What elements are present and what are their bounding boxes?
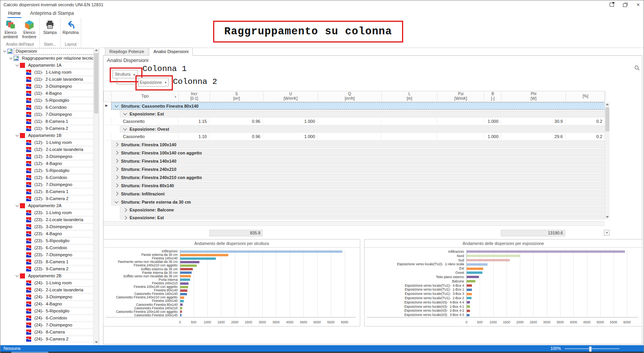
tree-item-11-2-locale-lavanderia[interactable]: (11)- 2-Locale lavanderia [0,76,94,83]
tree-item-12-2-locale-lavanderia[interactable]: (12)- 2-Locale lavanderia [0,146,94,153]
tree-item-appartamento-1a[interactable]: Appartamento 1A [0,62,94,69]
groupby-chip-esposizione[interactable]: Esposizione▲ [138,78,169,87]
zoom-slider[interactable] [565,348,619,349]
tree-item-12-5-ripostiglio[interactable]: (12)- 5-Ripostiglio [0,167,94,174]
group-band[interactable]: Esposizione: Ovest [120,126,605,133]
tree-item-appartamento-2a[interactable]: Appartamento 2A [0,202,94,209]
tree-item-raggruppamento-per-relazione-tecnica[interactable]: Raggruppamento per relazione tecnica [0,55,94,62]
tree-item-11-9-camera-2[interactable]: (11)- 9-Camera 2 [0,125,94,132]
group-row-esposizione-ovest[interactable]: Esposizione: Ovest [103,125,605,133]
column-header-[interactable]: [%] [566,91,605,101]
column-header-psi[interactable]: Psi[W/mK] [438,91,484,101]
tree-item-12-3-disimpegno[interactable]: (12)- 3-Disimpegno [0,153,94,160]
expander-icon[interactable] [8,57,14,59]
tree-item-11-3-disimpegno[interactable]: (11)- 3-Disimpegno [0,83,94,90]
scroll-up-icon[interactable] [605,102,610,107]
maximize-icon[interactable] [622,2,628,7]
group-band[interactable]: Struttura: Parete esterna da 30 cm [111,198,605,206]
ripristina-button[interactable]: Ripristina [62,19,79,35]
tree-item-24-8-camera[interactable]: (24)- 8-Camera [0,328,94,335]
groupby-chip-struttura[interactable]: Struttura▲ [112,70,138,78]
column-header-u[interactable]: U[W/m²K] [263,91,318,101]
stampa-button[interactable]: Stampa [41,19,59,35]
group-row-esposizione-est[interactable]: Esposizione: Est [103,214,605,220]
popout-icon[interactable] [608,2,615,7]
tree-item-23-4-bagno[interactable]: (23)- 4-Bagno [0,230,94,237]
tree-item-12-8-camera-1[interactable]: (12)- 8-Camera 1 [0,188,94,195]
tree-item-23-2-locale-lavanderia[interactable]: (23)- 2-Locale lavanderia [0,216,94,223]
expand-icon[interactable] [115,167,119,171]
column-header-tipo[interactable]: Tipo▼ [112,91,179,101]
group-band[interactable]: Struttura: Infiltrazioni [111,190,605,197]
group-row-esposizione-est[interactable]: Esposizione: Est [103,110,605,118]
group-band[interactable]: Struttura: Finestra 80x140 [111,182,605,189]
elenco-frontiere-button[interactable]: Elenco frontiere [21,19,38,39]
tree-item-23-5-ripostiglio[interactable]: (23)- 5-Ripostiglio [0,237,94,244]
filter-button[interactable] [604,230,610,236]
expand-icon[interactable] [115,192,119,196]
ribbon-tab-home[interactable]: Home [4,9,25,18]
group-row-struttura-infiltrazioni[interactable]: Struttura: Infiltrazioni [103,190,605,198]
scroll-down-icon[interactable] [94,340,99,345]
group-row-struttura-parete-esterna-da-30-cm[interactable]: Struttura: Parete esterna da 30 cm [103,198,605,206]
column-header-l[interactable]: L[m] [382,91,438,101]
collapse-icon[interactable] [115,199,119,203]
group-band[interactable]: Esposizione: Balcone [120,206,605,213]
group-band[interactable]: Struttura: Finestra 140x140 [111,157,605,165]
tree-item-23-1-living-room[interactable]: (23)- 1-Living room [0,209,94,216]
tree-item-12-1-living-room[interactable]: (12)- 1-Living room [0,139,94,146]
expander-icon[interactable] [2,50,7,52]
tree-item-24-6-corridoio[interactable]: (24)- 6-Corridoio [0,314,94,321]
column-header-s[interactable]: S[m²] [210,91,263,101]
tree-item-appartamento-2b[interactable]: Appartamento 2B [0,272,94,279]
group-row-struttura-finestra-140x140[interactable]: Struttura: Finestra 140x140 [103,157,605,165]
tree-item-23-9-camera-2[interactable]: (23)- 9-Camera 2 [0,265,94,272]
tree-scrollbar-thumb[interactable] [94,53,98,114]
tree-item-11-7-disimpegno[interactable]: (11)- 7-Disimpegno [0,111,94,118]
group-band[interactable]: Struttura: Finestra 100x140 [111,141,605,148]
group-row-struttura-finestra-100x140[interactable]: Struttura: Finestra 100x140 [103,140,605,149]
column-header-phi[interactable]: Phi[W] [502,91,566,101]
tree-item-23-8-camera-1[interactable]: (23)- 8-Camera 1 [0,258,94,265]
tree-item-dispersioni[interactable]: Dispersioni [0,48,94,55]
column-header-b[interactable]: B[-] [484,91,502,101]
tree-item-24-9-camera-2[interactable]: (24)- 9-Camera 2 [0,335,94,342]
collapse-icon[interactable] [123,112,127,115]
group-band[interactable]: Esposizione: Est [120,214,605,220]
expand-icon[interactable] [115,159,119,163]
table-row[interactable]: Cassonetto1.100.961.0001.00029.60.2 [103,133,605,140]
tree-item-24-7-disimpegno[interactable]: (24)- 7-Disimpegno [0,321,94,328]
column-header-q[interactable]: Q[m³/h] [318,91,382,101]
group-band[interactable]: Struttura: Finestra 240x210 con aggetto [111,174,605,181]
tree-item-12-9-camera-2[interactable]: (12)- 9-Camera 2 [0,195,94,202]
expander-icon[interactable] [14,275,20,277]
grid-scrollbar-thumb[interactable] [605,107,609,131]
tree-item-12-4-bagno[interactable]: (12)- 4-Bagno [0,160,94,167]
grid-scrollbar[interactable] [605,102,610,220]
group-band[interactable]: Esposizione: Est [120,110,605,117]
tree-item-23-7-disimpegno[interactable]: (23)- 7-Disimpegno [0,251,94,258]
tree-item-24-1-living-room[interactable]: (24)- 1-Living room [0,279,94,286]
zoom-slider-thumb[interactable] [589,346,592,352]
tree-scrollbar[interactable] [93,48,99,345]
expander-icon[interactable] [14,205,20,206]
tree-item-11-1-living-room[interactable]: (11)- 1-Living room [0,69,94,76]
expander-icon[interactable] [14,64,20,66]
close-icon[interactable]: × [635,2,641,7]
search-icon[interactable] [634,65,640,73]
group-row-struttura-finestra-80x140[interactable]: Struttura: Finestra 80x140 [103,181,605,190]
group-row-esposizione-balcone[interactable]: Esposizione: Balcone [103,206,605,214]
tree-item-24-5-ripostiglio[interactable]: (24)- 5-Ripostiglio [0,307,94,314]
tab-analisi-dispersioni[interactable]: Analisi Dispersioni [149,48,193,56]
tree-item-11-6-corridoio[interactable]: (11)- 6-Corridoio [0,104,94,111]
tree-item-11-4-bagno[interactable]: (11)- 4-Bagno [0,90,94,97]
column-header-incr[interactable]: Incr[0-1] [179,91,210,101]
expand-icon[interactable] [123,208,127,212]
group-row-struttura-finestra-240x210[interactable]: Struttura: Finestra 240x210 [103,165,605,173]
expand-icon[interactable] [115,176,119,179]
filter-dropdown-icon[interactable]: ▼ [174,95,177,99]
tree-item-24-3-disimpegno[interactable]: (24)- 3-Disimpegno [0,293,94,300]
tree-item-11-5-ripostiglio[interactable]: (11)- 5-Ripostiglio [0,97,94,104]
tree-item-24-4-bagno[interactable]: (24)- 4-Bagno [0,300,94,307]
tree-item-23-3-disimpegno[interactable]: (23)- 3-Disimpegno [0,223,94,230]
